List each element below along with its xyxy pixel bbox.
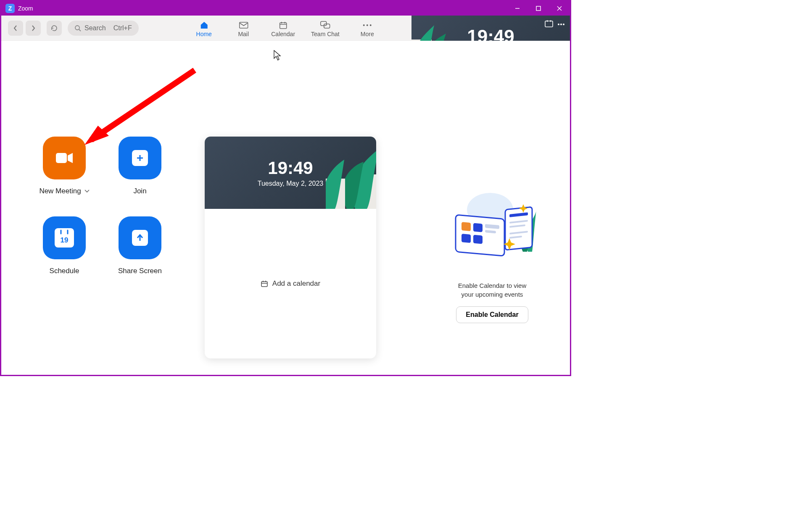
window-close-button[interactable] (549, 1, 570, 16)
tab-mail[interactable]: Mail (232, 19, 255, 37)
chat-icon (320, 21, 330, 29)
schedule-label: Schedule (50, 267, 79, 275)
svg-rect-50 (462, 234, 471, 243)
tab-more[interactable]: More (356, 19, 379, 37)
enable-calendar-button[interactable]: Enable Calendar (456, 306, 528, 323)
svg-rect-34 (261, 282, 267, 287)
more-icon (363, 24, 372, 26)
add-calendar-button[interactable]: Add a calendar (205, 209, 376, 358)
svg-point-15 (370, 24, 372, 26)
mail-icon (239, 22, 248, 29)
titlebar: Z Zoom (1, 1, 570, 16)
history-button[interactable] (47, 21, 62, 36)
svg-rect-18 (545, 21, 553, 27)
background-button[interactable] (545, 20, 553, 29)
window-title: Zoom (18, 5, 507, 12)
share-screen-label: Share Screen (118, 267, 162, 275)
enable-calendar-promo: Enable Calendar to view your upcoming ev… (435, 193, 549, 323)
promo-line2: your upcoming events (458, 290, 527, 299)
schedule-button[interactable]: 19 (43, 216, 86, 259)
tab-calendar[interactable]: Calendar (271, 19, 295, 37)
home-icon (199, 21, 208, 29)
svg-rect-25 (56, 153, 67, 163)
svg-point-22 (560, 24, 562, 25)
search-input[interactable]: Search Ctrl+F (68, 21, 139, 36)
main-tabs: Home Mail Calendar Team Chat More (192, 16, 379, 40)
svg-point-4 (75, 26, 79, 30)
svg-rect-11 (321, 21, 327, 26)
join-label: Join (133, 187, 146, 195)
svg-point-21 (558, 24, 559, 25)
calendar-card: 19:49 Tuesday, May 2, 2023 Add a calenda… (205, 137, 376, 358)
svg-rect-46 (462, 222, 471, 231)
nav-forward-button[interactable] (26, 21, 41, 36)
calendar-plus-icon (261, 280, 268, 287)
promo-line1: Enable Calendar to view (458, 281, 527, 290)
svg-rect-12 (324, 24, 330, 28)
svg-rect-6 (239, 22, 248, 28)
panel-more-button[interactable] (557, 20, 565, 29)
promo-illustration (448, 193, 536, 269)
svg-point-14 (367, 24, 368, 26)
calendar-hero: 19:49 Tuesday, May 2, 2023 (205, 137, 376, 209)
new-meeting-label[interactable]: New Meeting (39, 187, 89, 195)
new-meeting-button[interactable] (43, 137, 86, 179)
svg-point-23 (563, 24, 564, 25)
svg-rect-7 (280, 23, 287, 29)
search-placeholder: Search (84, 24, 106, 32)
svg-line-5 (79, 29, 81, 31)
window-minimize-button[interactable] (507, 1, 528, 16)
arrow-up-icon (136, 234, 144, 242)
chevron-down-icon (84, 190, 90, 193)
svg-rect-51 (473, 235, 483, 244)
join-button[interactable] (119, 137, 161, 179)
svg-rect-47 (473, 223, 483, 232)
action-grid: New Meeting Join 19 Schedule (26, 137, 178, 275)
schedule-day: 19 (61, 236, 69, 245)
svg-point-13 (363, 24, 365, 26)
app-icon: Z (5, 4, 15, 13)
nav-back-button[interactable] (8, 21, 23, 36)
plant-icon (326, 137, 376, 209)
tab-team-chat[interactable]: Team Chat (311, 19, 340, 37)
window-maximize-button[interactable] (528, 1, 549, 16)
calendar-date: Tuesday, May 2, 2023 (258, 180, 324, 187)
home-main: New Meeting Join 19 Schedule (1, 41, 570, 375)
share-screen-button[interactable] (119, 216, 161, 259)
plus-icon (136, 154, 144, 162)
search-icon (74, 25, 81, 32)
search-shortcut: Ctrl+F (113, 24, 132, 32)
svg-rect-1 (536, 6, 541, 11)
video-icon (54, 151, 74, 165)
tab-home[interactable]: Home (192, 19, 216, 37)
calendar-time: 19:49 (268, 158, 313, 178)
calendar-icon (279, 21, 287, 29)
